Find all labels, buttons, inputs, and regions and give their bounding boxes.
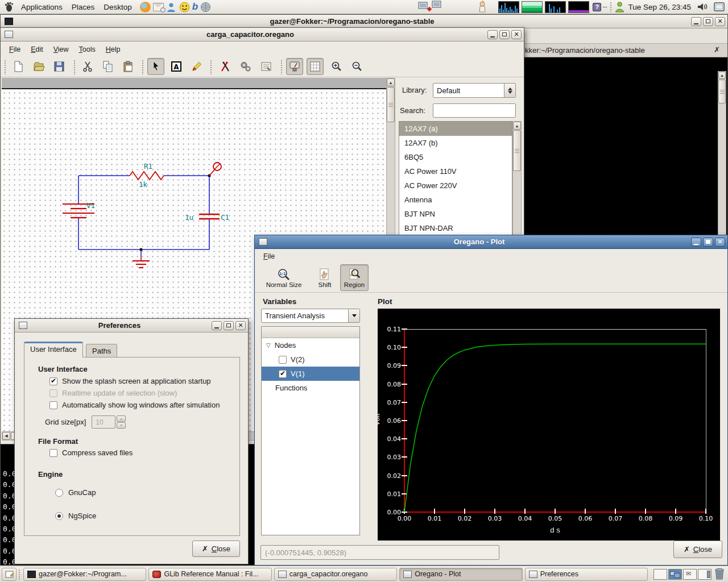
compress-checkbox-row[interactable]: Compress saved files xyxy=(49,448,133,457)
v1-checkbox[interactable] xyxy=(279,370,287,378)
tab-paths[interactable]: Paths xyxy=(86,344,117,357)
plot-minimize-button[interactable] xyxy=(691,238,701,247)
grid-size-spinner[interactable]: ▲ ▼ xyxy=(117,415,126,429)
oregano-titlebar[interactable]: carga_capacitor.oregano ✕ xyxy=(1,28,524,41)
plot-maximize-button[interactable] xyxy=(703,238,713,247)
gnome-foot-icon[interactable] xyxy=(3,1,14,13)
expander-icon[interactable]: ▽ xyxy=(266,342,271,348)
user-switcher-icon[interactable] xyxy=(615,1,624,13)
resistor-value-label[interactable]: 1k xyxy=(139,180,147,189)
compress-checkbox[interactable] xyxy=(49,449,57,457)
oregano-minimize-button[interactable] xyxy=(487,30,498,39)
normal-size-button[interactable]: 1:1 Normal Size xyxy=(259,264,308,291)
part-list-item[interactable]: AC Power 220V xyxy=(399,178,512,193)
plot-close-dialog-button[interactable]: ✗ Close xyxy=(673,541,722,558)
save-button[interactable] xyxy=(51,58,68,75)
terminal-maximize-button[interactable] xyxy=(703,17,713,26)
splash-checkbox-row[interactable]: Show the splash screen at application st… xyxy=(49,377,211,385)
preferences-titlebar[interactable]: Preferences ✕ xyxy=(15,319,248,332)
swap-monitor-applet[interactable] xyxy=(568,1,589,13)
network-traffic-applet[interactable] xyxy=(545,1,566,13)
tree-row-v1[interactable]: V(1) xyxy=(262,367,359,381)
firefox-launcher-icon[interactable] xyxy=(140,1,151,13)
messenger-launcher-icon[interactable] xyxy=(166,1,177,13)
tintin-tray-icon[interactable] xyxy=(478,1,487,13)
clock-applet[interactable]: Tue Sep 26, 23:45 xyxy=(628,3,691,11)
logs-checkbox[interactable] xyxy=(49,401,57,409)
v2-checkbox[interactable] xyxy=(279,356,287,364)
part-list-item[interactable]: 12AX7 (b) xyxy=(399,136,512,150)
panel-grip-handle[interactable] xyxy=(610,2,612,12)
part-list-item[interactable]: AC Power 110V xyxy=(399,164,512,178)
plot-close-button[interactable]: ✕ xyxy=(715,238,725,247)
email-launcher-icon[interactable] xyxy=(153,1,164,13)
taskbar-window-button[interactable]: gazer@Fokker:~/Program... xyxy=(23,568,146,581)
plot-area[interactable]: 0.110.100.090.080.070.060.040.030.020.01… xyxy=(378,309,720,541)
cpu-monitor-applet[interactable] xyxy=(498,1,519,13)
terminal-minimize-button[interactable] xyxy=(691,17,701,26)
memory-monitor-applet[interactable] xyxy=(522,1,543,13)
engine-gnucap-row[interactable]: GnuCap xyxy=(55,488,96,497)
show-desktop-button[interactable] xyxy=(2,568,16,581)
analysis-combobox[interactable]: Transient Analysis xyxy=(261,309,360,323)
menu-help[interactable]: Help xyxy=(101,43,126,56)
network-monitor-icon[interactable] xyxy=(417,1,444,13)
zoom-in-button[interactable] xyxy=(328,58,345,75)
plot-menu-file[interactable]: File xyxy=(258,250,280,263)
search-input[interactable] xyxy=(433,103,516,118)
terminal-tab-close-icon[interactable]: ✗ xyxy=(714,45,720,54)
menu-edit[interactable]: Edit xyxy=(26,43,48,56)
tree-row-v2[interactable]: V(2) xyxy=(262,352,359,367)
variables-tree-header[interactable] xyxy=(262,327,359,338)
tree-row-nodes[interactable]: ▽ Nodes xyxy=(262,338,359,352)
volume-icon[interactable] xyxy=(697,1,708,13)
panel-menu-desktop[interactable]: Desktop xyxy=(99,1,136,13)
terminal-titlebar[interactable]: gazer@Fokker:~/Programacion/oregano-stab… xyxy=(1,15,727,28)
workspace-3[interactable]: ✉ xyxy=(683,569,697,580)
variables-tree[interactable]: ▽ Nodes V(2) V(1) Functions xyxy=(261,326,360,535)
zoom-out-button[interactable] xyxy=(349,58,366,75)
display-settings-icon[interactable] xyxy=(714,1,725,13)
taskbar-window-button[interactable]: Preferences xyxy=(525,568,648,581)
part-list-item[interactable]: 6BQ5 xyxy=(399,150,512,164)
taskbar-window-button[interactable]: carga_capacitor.oregano xyxy=(274,568,397,581)
capacitor-ref-label[interactable]: C1 xyxy=(221,213,229,222)
tab-user-interface[interactable]: User Interface xyxy=(24,342,83,357)
region-button[interactable]: Region xyxy=(340,264,369,291)
tree-row-functions[interactable]: Functions xyxy=(262,381,359,395)
resistor-ref-label[interactable]: R1 xyxy=(144,162,152,171)
workspace-1[interactable] xyxy=(653,569,667,580)
wire-tool-button[interactable] xyxy=(188,58,205,75)
ngspice-radio[interactable] xyxy=(55,512,63,520)
help-tray-icon[interactable]: ? -- xyxy=(593,1,607,13)
part-list-item[interactable]: Antenna xyxy=(399,193,512,207)
gnucap-radio[interactable] xyxy=(55,489,63,497)
part-list-item[interactable]: BJT NPN xyxy=(399,207,512,221)
menu-file[interactable]: File xyxy=(4,43,26,56)
splash-checkbox[interactable] xyxy=(49,377,57,385)
taskbar-window-button[interactable]: Oregano - Plot xyxy=(399,568,522,581)
menu-view[interactable]: View xyxy=(48,43,74,56)
grid-size-input[interactable]: 10 xyxy=(92,415,115,429)
library-combobox[interactable]: Default xyxy=(433,83,516,98)
simulate-button[interactable] xyxy=(237,58,254,75)
workspace-2-current[interactable] xyxy=(668,569,682,580)
capacitor-value-label[interactable]: 1u xyxy=(185,213,193,222)
select-tool-button[interactable] xyxy=(147,58,164,75)
preferences-minimize-button[interactable] xyxy=(212,321,222,330)
paste-button[interactable] xyxy=(120,58,137,75)
menu-tools[interactable]: Tools xyxy=(74,43,101,56)
smiley-launcher-icon[interactable] xyxy=(179,1,190,13)
plot-titlebar[interactable]: Oregano - Plot ✕ xyxy=(255,235,727,249)
trash-icon[interactable] xyxy=(714,567,725,581)
preferences-close-button[interactable]: ✕ xyxy=(235,321,246,330)
probe-tool-button[interactable] xyxy=(217,58,234,75)
voltmeter-toggle-button[interactable] xyxy=(286,58,303,75)
terminal-tab-label[interactable]: kker:~/Programacion/oregano-stable xyxy=(525,46,645,55)
taskbar-window-button[interactable]: GLib Reference Manual : Fil... xyxy=(148,568,271,581)
new-button[interactable] xyxy=(10,58,27,75)
bluefish-launcher-icon[interactable]: b xyxy=(192,1,198,13)
taskbar-grip-handle[interactable] xyxy=(18,569,20,580)
preferences-maximize-button[interactable] xyxy=(224,321,234,330)
workspace-switcher[interactable]: ✉ xyxy=(652,569,712,580)
